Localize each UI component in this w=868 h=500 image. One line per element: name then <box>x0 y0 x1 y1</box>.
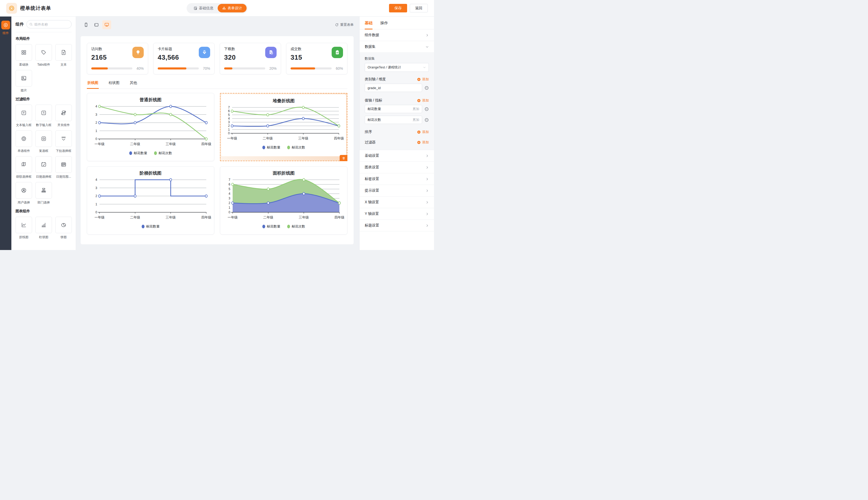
palette-item[interactable]: 文本输入框 <box>15 105 32 127</box>
chevron-right-icon <box>425 201 429 204</box>
palette-item[interactable]: 用户选择 <box>15 182 32 205</box>
palette-item[interactable]: 部门选择 <box>35 182 52 205</box>
palette-item[interactable]: 饼图 <box>55 217 72 239</box>
image-icon <box>21 75 27 81</box>
device-toolbar <box>82 20 113 29</box>
svg-text:1: 1 <box>228 128 230 132</box>
back-button[interactable]: 返回 <box>410 4 428 12</box>
palette-item[interactable]: 数字输入框 <box>35 105 52 127</box>
inspector-tab-actions[interactable]: 操作 <box>380 21 388 30</box>
settings-row-label: 图表设置 <box>365 165 379 170</box>
palette-item-label: 部门选择 <box>35 201 52 205</box>
legend-item: 献花次数 <box>287 224 305 229</box>
legend-label: 献花次数 <box>292 224 305 229</box>
svg-text:一年级: 一年级 <box>94 215 105 219</box>
metric-field[interactable]: 献花数量累加 <box>365 105 422 113</box>
device-desktop-button[interactable] <box>102 20 111 29</box>
dataset-section-row[interactable]: 数据集 <box>359 41 434 53</box>
metric-field-name: 献花次数 <box>368 117 381 122</box>
legend-dot-icon <box>142 225 144 228</box>
search-input[interactable] <box>34 22 60 26</box>
svg-text:二年级: 二年级 <box>263 215 273 219</box>
add-metric-button[interactable]: 添加 <box>417 98 429 103</box>
component-search[interactable] <box>26 20 71 29</box>
legend-item: 献花次数 <box>287 145 305 150</box>
settings-row-label: X 轴设置 <box>365 200 379 205</box>
minus-circle-icon <box>424 107 429 111</box>
save-button[interactable]: 保存 <box>389 4 407 12</box>
settings-row[interactable]: 提示设置 <box>359 185 434 196</box>
legend-label: 献花数量 <box>267 145 280 150</box>
rail-components-button[interactable] <box>1 21 10 30</box>
stat-card[interactable]: 成交数31560% <box>286 43 347 75</box>
palette-sections: 布局组件基础块Tabs组件文本图片过滤组件文本输入框数字输入框开关组件单选组件复… <box>15 36 71 239</box>
remove-metric-button[interactable] <box>424 107 429 111</box>
tab-form-design-label: 表单设计 <box>228 6 242 11</box>
metric-agg-label: 累加 <box>413 117 419 122</box>
settings-row-label: 标签设置 <box>365 177 379 181</box>
tab-form-design[interactable]: 表单设计 <box>218 4 247 12</box>
settings-row[interactable]: 标签设置 <box>359 173 434 185</box>
palette-item[interactable]: 文本 <box>55 44 72 67</box>
dataset-select[interactable]: OrangeTest / 课程统计 <box>365 63 429 72</box>
palette-item[interactable]: 折线图 <box>15 217 32 239</box>
palette-item[interactable]: Tabs组件 <box>35 44 52 67</box>
add-filter-button[interactable]: 添加 <box>417 140 429 145</box>
stat-card[interactable]: 卡片标题43,56670% <box>153 43 214 75</box>
chart-tab[interactable]: 其他 <box>129 81 137 89</box>
svg-text:四年级: 四年级 <box>334 136 344 140</box>
svg-text:4: 4 <box>229 192 230 195</box>
dimension-field[interactable]: grade_id <box>365 84 422 92</box>
palette-item[interactable]: 图片 <box>15 70 32 93</box>
settings-row[interactable]: 标题设置 <box>359 220 434 231</box>
settings-row[interactable]: 图表设置 <box>359 162 434 173</box>
palette-item[interactable]: 日期选择框 <box>35 156 52 179</box>
add-sort-button[interactable]: 添加 <box>417 130 429 134</box>
device-tablet-button[interactable] <box>92 20 101 29</box>
remove-dimension-button[interactable] <box>424 86 429 90</box>
inspector-tab-basic[interactable]: 基础 <box>365 21 372 30</box>
svg-text:二年级: 二年级 <box>130 142 140 146</box>
tab-basic-info[interactable]: 基础信息 <box>189 6 218 11</box>
palette-item[interactable]: 基础块 <box>15 44 32 67</box>
settings-row[interactable]: 基础设置 <box>359 150 434 162</box>
device-phone-button[interactable] <box>82 20 90 29</box>
reset-form-button[interactable]: 重置表单 <box>335 22 354 27</box>
chart-card[interactable]: 堆叠折线图01234567一年级二年级三年级四年级献花数量献花次数 <box>221 94 346 156</box>
stat-card[interactable]: 下载数32020% <box>220 43 281 75</box>
settings-row[interactable]: X 轴设置 <box>359 196 434 208</box>
settings-row[interactable]: Y 轴设置 <box>359 208 434 220</box>
legend-label: 献花数量 <box>134 151 147 156</box>
legend-dot-icon <box>263 146 265 149</box>
svg-text:3: 3 <box>96 113 97 116</box>
chart-card[interactable]: 阶梯折线图01234一年级二年级三年级四年级献花数量 <box>87 166 214 235</box>
svg-text:2: 2 <box>228 124 230 128</box>
palette-item[interactable]: 柱状图 <box>35 217 52 239</box>
stat-card[interactable]: 访问数216540% <box>87 43 148 75</box>
svg-text:5: 5 <box>228 113 230 117</box>
legend-label: 献花次数 <box>159 151 172 156</box>
legend-item: 献花数量 <box>129 151 147 156</box>
add-dimension-button[interactable]: 添加 <box>417 77 429 82</box>
chevron-right-icon <box>425 212 429 216</box>
palette-item[interactable]: 下拉选择框 <box>55 130 72 153</box>
dataset-field-label: 数据集 <box>365 56 429 61</box>
dataset-section-label: 数据集 <box>365 44 376 49</box>
palette-item[interactable]: 日期范围... <box>55 156 72 179</box>
palette-item[interactable]: 开关组件 <box>55 105 72 127</box>
palette-item[interactable]: 复选框 <box>35 130 52 153</box>
delete-widget-button[interactable] <box>340 155 347 161</box>
chart-card[interactable]: 面积折线图01234567一年级二年级三年级四年级献花数量献花次数 <box>220 166 347 235</box>
stat-cards-row: 访问数216540%卡片标题43,56670%下载数32020%成交数31560… <box>87 43 347 75</box>
chart-card[interactable]: 普通折线图01234一年级二年级三年级四年级献花数量献花次数 <box>87 93 214 161</box>
component-data-row[interactable]: 组件数据 <box>359 30 434 41</box>
chart-tab[interactable]: 折线图 <box>87 81 99 89</box>
remove-metric-button[interactable] <box>424 118 429 122</box>
calendar-check-icon <box>41 161 47 168</box>
metric-field[interactable]: 献花次数累加 <box>365 116 422 124</box>
svg-text:4: 4 <box>96 105 97 108</box>
palette-item[interactable]: 单选组件 <box>15 130 32 153</box>
checkbox-icon <box>41 136 47 142</box>
palette-item[interactable]: 级联选择框 <box>15 156 32 179</box>
chart-tab[interactable]: 柱状图 <box>108 81 120 89</box>
